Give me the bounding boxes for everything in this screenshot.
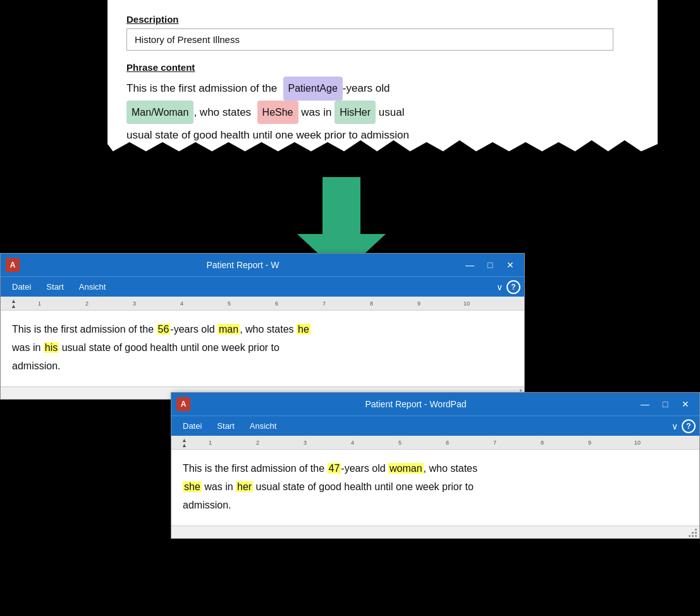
description-value: History of Present Illness bbox=[135, 34, 240, 45]
wp2-title-text: Patient Report - WordPad bbox=[365, 399, 466, 409]
wp1-close-button[interactable]: ✕ bbox=[501, 256, 519, 274]
tag-man-woman: Man/Woman bbox=[126, 101, 193, 125]
wp1-title-text: Patient Report - W bbox=[206, 260, 279, 270]
wp2-menu-ansicht[interactable]: Ansicht bbox=[242, 419, 285, 433]
wp1-menu-chevron-icon: ∨ bbox=[496, 282, 503, 292]
wp2-highlight-pronoun1: she bbox=[183, 481, 202, 492]
description-label: Description bbox=[126, 14, 639, 25]
wp2-title: Patient Report - WordPad bbox=[195, 399, 636, 409]
wp1-menu-datei[interactable]: Datei bbox=[4, 280, 39, 294]
wp1-menubar: Datei Start Ansicht ∨ ? bbox=[1, 276, 524, 297]
phrase-before: This is the first admission of the bbox=[126, 82, 277, 94]
tag-heshe: HeShe bbox=[257, 101, 298, 125]
wp2-content: This is the first admission of the 47-ye… bbox=[171, 450, 699, 526]
wp1-win-controls: — □ ✕ bbox=[461, 256, 519, 274]
tag-hisher: HisHer bbox=[335, 101, 376, 125]
wp2-win-controls: — □ ✕ bbox=[636, 395, 694, 413]
wp1-highlight-pronoun2: his bbox=[44, 342, 59, 353]
wp1-titlebar: A Patient Report - W — □ ✕ bbox=[1, 254, 524, 276]
wp2-help-button[interactable]: ? bbox=[682, 419, 696, 433]
wp1-ruler: ▲ ▲ 1 2 3 4 5 6 7 8 9 10 bbox=[1, 297, 524, 311]
wp2-menu-datei[interactable]: Datei bbox=[175, 419, 209, 433]
phrase-mid1: -years old bbox=[343, 82, 390, 94]
wp2-app-icon-letter: A bbox=[181, 400, 187, 409]
wp2-ruler: ▲ ▲ 1 2 3 4 5 6 7 8 9 10 bbox=[171, 436, 699, 450]
phrase-mid3: was in bbox=[301, 106, 331, 118]
wp1-help-button[interactable]: ? bbox=[507, 280, 520, 294]
wp1-highlight-age: 56 bbox=[157, 324, 171, 335]
phrase-mid2: , who states bbox=[193, 106, 251, 118]
top-panel: Description History of Present Illness P… bbox=[107, 0, 658, 185]
wp1-menu-start[interactable]: Start bbox=[39, 280, 71, 294]
wp2-app-icon: A bbox=[176, 397, 190, 411]
wp2-ruler-marks: ▲ ▲ 1 2 3 4 5 6 7 8 9 10 bbox=[174, 436, 697, 449]
wp2-menu-chevron-icon: ∨ bbox=[672, 421, 678, 431]
wp2-highlight-gender: woman bbox=[388, 463, 424, 474]
wp1-ruler-marks: ▲ ▲ 1 2 3 4 5 6 7 8 9 10 bbox=[3, 297, 522, 310]
wp1-highlight-pronoun1: he bbox=[297, 324, 310, 335]
wordpad-window-2: A Patient Report - WordPad — □ ✕ Datei S… bbox=[171, 392, 700, 539]
wp1-app-icon-letter: A bbox=[10, 261, 16, 269]
wp2-highlight-pronoun2: her bbox=[236, 481, 253, 492]
wp2-menu-start[interactable]: Start bbox=[209, 419, 242, 433]
wp2-maximize-button[interactable]: □ bbox=[656, 395, 674, 413]
phrase-content: This is the first admission of the Patie… bbox=[126, 77, 639, 147]
description-box: History of Present Illness bbox=[126, 28, 613, 51]
wordpad-window-1: A Patient Report - W — □ ✕ Datei Start A… bbox=[0, 253, 525, 400]
wp1-app-icon: A bbox=[6, 258, 20, 272]
wp2-titlebar: A Patient Report - WordPad — □ ✕ bbox=[171, 393, 699, 416]
wp2-statusbar bbox=[171, 526, 699, 538]
tag-patient-age: PatientAge bbox=[283, 77, 343, 101]
phrase-usual: usual bbox=[379, 106, 405, 118]
wp1-minimize-button[interactable]: — bbox=[461, 256, 479, 274]
wp1-highlight-gender: man bbox=[218, 324, 240, 335]
wp2-menubar: Datei Start Ansicht ∨ ? bbox=[171, 416, 699, 436]
wp1-title: Patient Report - W bbox=[25, 260, 461, 270]
wp2-close-button[interactable]: ✕ bbox=[677, 395, 694, 413]
wp2-minimize-button[interactable]: — bbox=[636, 395, 654, 413]
wp2-resize-icon bbox=[688, 528, 697, 537]
wp1-content: This is the first admission of the 56-ye… bbox=[1, 311, 524, 386]
wp1-maximize-button[interactable]: □ bbox=[481, 256, 499, 274]
wp2-highlight-age: 47 bbox=[328, 463, 341, 474]
wp1-menu-ansicht[interactable]: Ansicht bbox=[71, 280, 114, 294]
phrase-label: Phrase content bbox=[126, 62, 639, 73]
phrase-mid4: usual state of good health until one wee… bbox=[126, 129, 409, 141]
